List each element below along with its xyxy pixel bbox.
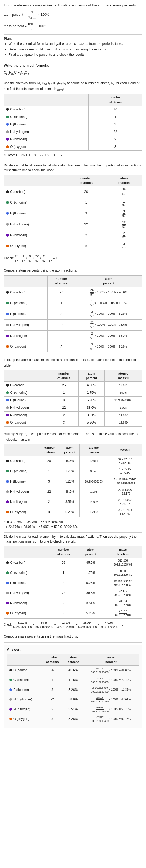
element-cell: F (fluorine)	[4, 121, 89, 128]
element-cell: N (nitrogen)	[4, 497, 38, 507]
col-atom-percent: atompercent	[63, 654, 83, 665]
check-fractions: Check: 2657 + 157 + 357 + 2257 + 257 + 3…	[4, 254, 142, 263]
table-row: H (hydrogen) 2238.6%1.008	[4, 404, 142, 412]
atom-percent-formula: atom percent = NiNatoms × 100%	[4, 9, 142, 20]
col-num-atoms: numberof atoms	[49, 546, 78, 558]
element-cell: F (fluorine)	[4, 397, 49, 404]
element-cell: F (fluorine)	[4, 208, 66, 219]
atomic-mass-section: Look up the atomic mass, mi, in unified …	[4, 358, 142, 427]
multiply-section: Multiply Ni by mi to compute the mass fo…	[4, 432, 142, 529]
table-row: Cl (chlorine) 1157	[4, 197, 142, 208]
plan-step-2: Determine values for N_i, m_i, N_atoms, …	[8, 47, 142, 52]
table-row: N (nitrogen) 23.51%14.0072 × 14.007 = 28…	[4, 497, 142, 507]
element-cell: O (oxygen)	[4, 143, 89, 150]
problem-statement: Find the elemental composition for fluva…	[4, 3, 142, 31]
element-cell: H (hydrogen)	[4, 219, 66, 230]
element-cell: H (hydrogen)	[4, 588, 49, 598]
element-cell: Cl (chlorine)	[4, 389, 49, 397]
element-cell: N (nitrogen)	[4, 412, 49, 419]
table-row: F (fluorine) 3357	[4, 208, 142, 219]
table-row: H (hydrogen) 22	[4, 128, 142, 135]
answer-section: Answer: numberof atoms atompercent massp…	[4, 645, 142, 728]
col-mass: mass/u	[108, 444, 142, 456]
element-cell: H (hydrogen)	[4, 404, 49, 412]
element-cell: C (carbon)	[7, 665, 42, 675]
element-cell: N (nitrogen)	[4, 135, 89, 143]
table-row: F (fluorine) 3357 × 100% = 100% = 5.26%	[4, 309, 142, 319]
table-row: O (oxygen) 3357 × 100% = 100% = 5.26%	[4, 341, 142, 352]
table-row: C (carbon) 262657	[4, 186, 142, 197]
table-row: N (nitrogen) 2	[4, 135, 142, 143]
table-row: O (oxygen) 35.26%15.999	[4, 419, 142, 427]
table-row: H (hydrogen) 222257 × 100% = 100% = 38.6…	[4, 319, 142, 331]
col-element	[4, 370, 49, 382]
n-atoms-calc: N_atoms = 26 + 1 + 3 + 22 + 2 + 3 = 57	[4, 153, 142, 158]
table-row: N (nitrogen) 23.51%28.014502.918209489	[4, 598, 142, 609]
check-fractions-text: 2657 + 157 + 357 + 2257 + 257 + 357 = 1	[15, 256, 57, 260]
elements-table: numberof atoms C (carbon) 26 Cl (chlorin…	[4, 94, 142, 151]
element-cell: N (nitrogen)	[7, 705, 42, 714]
table-row: Cl (chlorine) 1	[4, 113, 142, 121]
col-element	[7, 654, 42, 665]
divide-text: Divide each Nᵢ by N_atoms to calculate a…	[4, 163, 142, 173]
plan-heading: Plan:	[4, 36, 142, 41]
mass-percents-heading: Compute mass percents using the mass fra…	[4, 634, 142, 639]
element-cell: Cl (chlorine)	[7, 675, 42, 685]
table-row: F (fluorine) 35.26%56.995209489502.91820…	[7, 685, 139, 695]
element-cell: Cl (chlorine)	[4, 197, 66, 208]
atom-fractions-section: Divide each Nᵢ by N_atoms to calculate a…	[4, 163, 142, 263]
element-cell: Cl (chlorine)	[4, 466, 38, 476]
element-cell: C (carbon)	[4, 558, 49, 568]
element-cell: O (oxygen)	[7, 714, 42, 724]
chemical-formula-display: C26H22ClF3N2O3	[4, 70, 142, 76]
atom-percents-section: Compare atom percents using the atom fra…	[4, 268, 142, 352]
element-cell: F (fluorine)	[7, 685, 42, 695]
element-cell: O (oxygen)	[4, 419, 49, 427]
mass-percents-section: Compute mass percents using the mass fra…	[4, 634, 142, 639]
table-row: N (nitrogen) 2257	[4, 230, 142, 241]
table-row: Cl (chlorine) 1157 × 100% = 100% = 1.75%	[4, 298, 142, 309]
element-cell: H (hydrogen)	[4, 319, 48, 331]
table-row: H (hydrogen) 2238.6%22.176502.918209489	[4, 588, 142, 598]
table-row: Cl (chlorine) 11.75%35.45502.918209489× …	[7, 675, 139, 685]
table-row: Cl (chlorine) 11.75%35.45502.918209489	[4, 568, 142, 578]
col-atom-percent: atompercent	[60, 444, 80, 456]
problem-text: Find the elemental composition for fluva…	[4, 3, 142, 8]
col-num-atoms: numberof atoms	[42, 654, 64, 665]
col-mass-fraction: massfraction	[104, 546, 142, 558]
table-row: O (oxygen) 35.26%15.9993 × 15.999 = 47.9…	[4, 507, 142, 517]
multiply-heading: Multiply Ni by mi to compute the mass fo…	[4, 432, 142, 442]
table-row: C (carbon) 2645.6%312.286502.918209489	[4, 558, 142, 568]
mass-percent-formula: mass percent = ni·mim × 100%	[4, 21, 142, 31]
atomic-mass-table: numberof atoms atompercent atomicmass/u …	[4, 370, 142, 427]
plan-list: Write the chemical formula and gather at…	[4, 41, 142, 57]
col-element	[4, 444, 38, 456]
multiply-table: numberof atoms atompercent atomicmass/u …	[4, 444, 142, 518]
table-row: H (hydrogen) 2238.6%1.00822 × 1.008 = 22…	[4, 487, 142, 497]
mass-fractions-table: numberof atoms atompercent massfraction …	[4, 546, 142, 619]
col-element	[4, 175, 66, 186]
table-row: O (oxygen) 35.26%47.997502.918209489	[4, 609, 142, 619]
chemical-formula-section: Write the chemical formula: C26H22ClF3N2…	[4, 63, 142, 76]
table-row: C (carbon) 2645.6%12.011	[4, 382, 142, 389]
mass-fractions-section: Divide the mass for each element by m to…	[4, 534, 142, 629]
col-num-atoms: numberof atoms	[66, 175, 106, 186]
element-cell: Cl (chlorine)	[4, 568, 49, 578]
table-row: C (carbon) 26	[4, 105, 142, 113]
element-cell: H (hydrogen)	[7, 694, 42, 705]
table-row: Cl (chlorine) 11.75%35.45	[4, 389, 142, 397]
m-calc: m = 312.286u + 35.45u + 56.995209489u + …	[4, 520, 142, 529]
element-cell: C (carbon)	[4, 456, 38, 466]
element-cell: N (nitrogen)	[4, 230, 66, 241]
table-row: O (oxygen) 35.26%47.997502.918209489× 10…	[7, 714, 139, 724]
atom-fractions-table: numberof atoms atomfraction C (carbon) 2…	[4, 175, 142, 252]
table-row: F (fluorine) 35.26%56.995209489502.91820…	[4, 578, 142, 588]
atomic-mass-heading: Look up the atomic mass, mi, in unified …	[4, 358, 142, 368]
col-num-atoms: numberof atoms	[49, 370, 78, 382]
col-atom-percent: atompercent	[75, 275, 142, 287]
col-atom-percent: atompercent	[78, 370, 104, 382]
table-row: H (hydrogen) 2238.6%22.176502.918209489×…	[7, 694, 139, 705]
col-element	[4, 275, 48, 287]
element-cell: O (oxygen)	[4, 507, 38, 517]
table-row: F (fluorine) 35.26%18.998403163	[4, 397, 142, 404]
